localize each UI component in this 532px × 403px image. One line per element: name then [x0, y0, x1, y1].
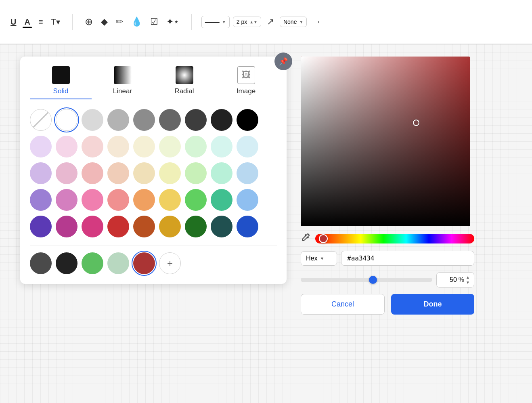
line-width-arrow: ▲▼: [249, 20, 258, 24]
color-swatch-r3c2[interactable]: [56, 189, 77, 211]
divider-2: [191, 14, 192, 30]
color-row-4: [30, 216, 277, 237]
text-color-tool[interactable]: A: [22, 16, 32, 28]
color-swatch-r1c8[interactable]: [211, 136, 232, 157]
color-swatch-gray4[interactable]: [159, 109, 181, 131]
color-grid: [30, 109, 277, 237]
tab-linear[interactable]: Linear: [92, 66, 153, 99]
color-swatch-r2c6[interactable]: [159, 162, 181, 184]
color-swatch-r1c6[interactable]: [159, 136, 181, 157]
cancel-button[interactable]: Cancel: [301, 294, 385, 315]
color-swatch-r2c3[interactable]: [82, 162, 103, 184]
opacity-slider[interactable]: [301, 278, 432, 282]
color-swatch-r1c9[interactable]: [237, 136, 258, 157]
opacity-value-input[interactable]: [441, 276, 457, 283]
opacity-stepper[interactable]: ▲ ▼: [466, 275, 470, 285]
recent-color-2[interactable]: [56, 252, 77, 274]
color-swatch-r3c9[interactable]: [237, 189, 258, 211]
color-swatch-gray2[interactable]: [107, 109, 129, 131]
color-swatch-r3c8[interactable]: [211, 189, 232, 211]
color-swatch-r1c7[interactable]: [185, 136, 207, 157]
tab-solid[interactable]: Solid: [30, 66, 92, 99]
arrow-right-tool[interactable]: →: [310, 15, 324, 29]
color-swatch-gray3[interactable]: [133, 109, 155, 131]
color-swatch-r3c7[interactable]: [185, 189, 207, 211]
color-swatch-r4c1[interactable]: [30, 216, 52, 237]
color-swatch-gray1[interactable]: [82, 109, 103, 131]
dropper-tool[interactable]: 💧: [129, 15, 145, 29]
color-swatch-r3c4[interactable]: [107, 189, 129, 211]
color-swatch-r2c8[interactable]: [211, 162, 232, 184]
color-swatch-r3c6[interactable]: [159, 189, 181, 211]
black-gradient: [301, 57, 470, 226]
color-swatch-r1c3[interactable]: [82, 136, 103, 157]
color-swatch-r4c4[interactable]: [107, 216, 129, 237]
pin-button[interactable]: 📌: [274, 52, 292, 70]
color-swatch-r2c7[interactable]: [185, 162, 207, 184]
color-swatch-r4c2[interactable]: [56, 216, 77, 237]
arrow-end-label: None: [283, 19, 297, 25]
color-swatch-r4c9[interactable]: [237, 216, 258, 237]
color-swatch-white[interactable]: [56, 109, 77, 131]
color-panel: Solid Linear Radial 🖼 Image: [20, 57, 287, 284]
color-swatch-r3c5[interactable]: [133, 189, 155, 211]
underline-tool[interactable]: U: [8, 16, 19, 28]
solid-tab-icon: [51, 66, 71, 84]
color-swatch-r2c1[interactable]: [30, 162, 52, 184]
color-swatch-transparent[interactable]: [30, 109, 52, 131]
image-tab-icon: 🖼: [236, 66, 256, 84]
color-swatch-r2c2[interactable]: [56, 162, 77, 184]
tab-image[interactable]: 🖼 Image: [215, 66, 277, 99]
saturation-brightness-picker[interactable]: [301, 57, 470, 226]
check-tool[interactable]: ☑: [148, 15, 161, 29]
color-swatch-r4c3[interactable]: [82, 216, 103, 237]
color-mode-select[interactable]: Hex ▼: [301, 251, 337, 266]
color-swatch-gray5[interactable]: [185, 109, 207, 131]
pencil-tool[interactable]: ✏: [113, 15, 126, 29]
color-swatch-r2c4[interactable]: [107, 162, 129, 184]
color-swatch-r3c3[interactable]: [82, 189, 103, 211]
color-swatch-r4c6[interactable]: [159, 216, 181, 237]
done-button[interactable]: Done: [391, 294, 474, 315]
color-row-3: [30, 189, 277, 211]
align-tool[interactable]: ≡: [36, 16, 46, 28]
recent-color-1[interactable]: [30, 252, 52, 274]
tab-radial[interactable]: Radial: [153, 66, 215, 99]
linear-tab-label: Linear: [113, 87, 132, 95]
corner-style-tool[interactable]: ↗: [264, 15, 276, 29]
line-width-select[interactable]: 2 px ▲▼: [233, 17, 261, 27]
color-swatch-r1c4[interactable]: [107, 136, 129, 157]
color-swatch-r1c5[interactable]: [133, 136, 155, 157]
fill-tool[interactable]: ◆: [98, 15, 110, 29]
hue-slider[interactable]: [315, 234, 474, 243]
color-mode-label: Hex: [306, 255, 317, 262]
move-tool[interactable]: ⊕: [82, 15, 95, 29]
opacity-slider-thumb: [369, 276, 377, 284]
hex-value-input[interactable]: [341, 251, 474, 266]
color-swatch-gray6[interactable]: [211, 109, 232, 131]
color-swatch-r2c5[interactable]: [133, 162, 155, 184]
arrow-end-select[interactable]: None ▼: [280, 17, 307, 27]
opacity-slider-fill: [301, 278, 373, 282]
recent-color-3[interactable]: [82, 252, 103, 274]
opacity-unit-label: %: [459, 276, 464, 283]
recent-color-4[interactable]: [107, 252, 129, 274]
color-swatch-r2c9[interactable]: [237, 162, 258, 184]
color-swatch-black[interactable]: [237, 109, 258, 131]
color-row-0: [30, 109, 277, 131]
color-swatch-r3c1[interactable]: [30, 189, 52, 211]
magic-tool[interactable]: ✦⋆: [164, 15, 182, 29]
add-color-button[interactable]: +: [159, 252, 181, 274]
color-swatch-r4c5[interactable]: [133, 216, 155, 237]
text-style-tool[interactable]: T▾: [49, 15, 63, 28]
line-style-select[interactable]: —— ▼: [201, 16, 230, 28]
eyedropper-button[interactable]: [301, 233, 310, 244]
color-swatch-r1c1[interactable]: [30, 136, 52, 157]
color-swatch-r1c2[interactable]: [56, 136, 77, 157]
color-swatch-r4c7[interactable]: [185, 216, 207, 237]
linear-tab-icon: [113, 66, 133, 84]
action-buttons-row: Cancel Done: [301, 294, 474, 315]
recent-color-5[interactable]: [133, 252, 155, 274]
color-swatch-r4c8[interactable]: [211, 216, 232, 237]
canvas-area[interactable]: 📌 Solid Linear Radial: [0, 44, 532, 403]
